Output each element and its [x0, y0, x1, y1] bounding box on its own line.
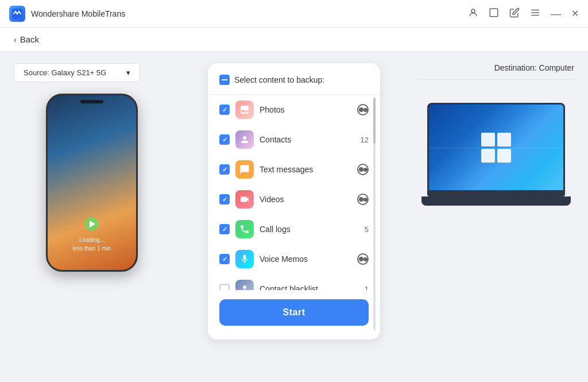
- item-checkbox-contacts[interactable]: ✓: [219, 134, 230, 145]
- svg-rect-2: [490, 9, 498, 17]
- selection-header: Select content to backup:: [208, 75, 380, 95]
- item-label-calls: Call logs: [260, 225, 359, 234]
- camera-icon-voice: [357, 253, 369, 265]
- window-controls: — ✕: [468, 7, 579, 20]
- messages-icon: [235, 160, 254, 179]
- item-label-videos: Videos: [260, 195, 351, 204]
- center-panel: Select content to backup: ✓ Photos ✓: [184, 52, 404, 381]
- item-badge-contacts: 12: [361, 136, 369, 144]
- phone-illustration: Loading... less than 1 min: [46, 94, 138, 272]
- laptop-screen: [427, 103, 565, 192]
- item-checkbox-photos[interactable]: ✓: [219, 105, 230, 115]
- phone-loading-text: Loading... less than 1 min: [72, 236, 111, 253]
- select-all-checkbox[interactable]: [219, 75, 230, 85]
- window-icon[interactable]: [489, 7, 499, 20]
- laptop-illustration: [427, 103, 565, 206]
- item-checkbox-voice[interactable]: ✓: [219, 254, 230, 264]
- right-panel: Destination: Computer: [404, 52, 588, 381]
- menu-icon[interactable]: [530, 7, 540, 20]
- list-item[interactable]: Contact blacklist 1: [208, 274, 380, 290]
- videos-icon: [235, 190, 254, 209]
- item-label-voice: Voice Memos: [260, 254, 351, 264]
- contacts-icon: [235, 130, 254, 149]
- camera-icon-messages: [357, 164, 369, 175]
- selection-card: Select content to backup: ✓ Photos ✓: [208, 63, 380, 339]
- item-label-blacklist: Contact blacklist: [260, 284, 359, 290]
- app-logo: [9, 6, 25, 22]
- destination-label: Destination: Computer: [418, 63, 574, 80]
- camera-icon-photos: [357, 104, 369, 115]
- item-checkbox-calls[interactable]: ✓: [219, 224, 230, 234]
- list-item[interactable]: ✓ Videos: [208, 184, 380, 214]
- content-list: ✓ Photos ✓ Contacts 12: [208, 95, 380, 290]
- screen-divider: [429, 148, 563, 148]
- camera-icon-videos: [357, 194, 369, 205]
- phone-side-button: [46, 141, 47, 159]
- close-button[interactable]: ✕: [571, 9, 579, 18]
- phone-screen: Loading... less than 1 min: [48, 95, 136, 270]
- list-item[interactable]: ✓ Contacts 12: [208, 125, 380, 155]
- item-label-photos: Photos: [260, 105, 351, 114]
- blacklist-icon: [235, 280, 254, 290]
- windows-q1: [481, 133, 495, 146]
- edit-icon[interactable]: [509, 7, 520, 20]
- titlebar: Wondershare MobileTrans — ✕: [0, 0, 588, 28]
- laptop-hinge: [427, 192, 565, 196]
- item-checkbox-messages[interactable]: ✓: [219, 164, 230, 175]
- source-dropdown[interactable]: Source: Galaxy S21+ 5G ▾: [14, 63, 140, 82]
- start-button-container: Start: [208, 290, 380, 328]
- back-bar: ‹ Back: [0, 28, 588, 52]
- left-panel: Source: Galaxy S21+ 5G ▾ Loading... less…: [0, 52, 184, 381]
- calls-icon: [235, 220, 254, 238]
- back-button[interactable]: ‹ Back: [14, 34, 39, 44]
- select-all-label: Select content to backup:: [234, 75, 324, 84]
- user-icon[interactable]: [468, 7, 478, 20]
- item-badge-calls: 5: [365, 225, 369, 234]
- dropdown-chevron-icon: ▾: [126, 68, 130, 77]
- item-checkbox-blacklist[interactable]: [219, 284, 230, 290]
- list-item[interactable]: ✓ Call logs 5: [208, 214, 380, 244]
- main-content: Source: Galaxy S21+ 5G ▾ Loading... less…: [0, 52, 588, 381]
- list-item[interactable]: ✓ Voice Memos: [208, 244, 380, 274]
- item-checkbox-videos[interactable]: ✓: [219, 194, 230, 204]
- back-chevron-icon: ‹: [14, 35, 17, 44]
- phone-play-icon: [85, 217, 99, 231]
- scroll-thumb[interactable]: [373, 98, 376, 144]
- windows-q4: [497, 149, 511, 163]
- laptop-container: [418, 103, 574, 206]
- start-button[interactable]: Start: [219, 299, 369, 326]
- laptop-base: [421, 196, 571, 206]
- phone-container: Loading... less than 1 min: [14, 94, 170, 272]
- phone-notch: [80, 100, 103, 103]
- back-label: Back: [20, 34, 39, 44]
- windows-q3: [481, 149, 495, 163]
- source-label: Source: Galaxy S21+ 5G: [24, 68, 106, 77]
- minimize-button[interactable]: —: [551, 9, 561, 19]
- item-label-contacts: Contacts: [260, 135, 355, 144]
- svg-point-1: [471, 9, 475, 13]
- windows-q2: [497, 133, 511, 146]
- app-title: Wondershare MobileTrans: [31, 9, 125, 18]
- photos-icon: [235, 101, 254, 119]
- list-item[interactable]: ✓ Text messages: [208, 155, 380, 184]
- item-label-messages: Text messages: [260, 165, 351, 174]
- laptop-screen-inner: [429, 105, 563, 190]
- list-item[interactable]: ✓ Photos: [208, 95, 380, 125]
- item-badge-blacklist: 1: [365, 285, 369, 291]
- voice-icon: [235, 250, 254, 268]
